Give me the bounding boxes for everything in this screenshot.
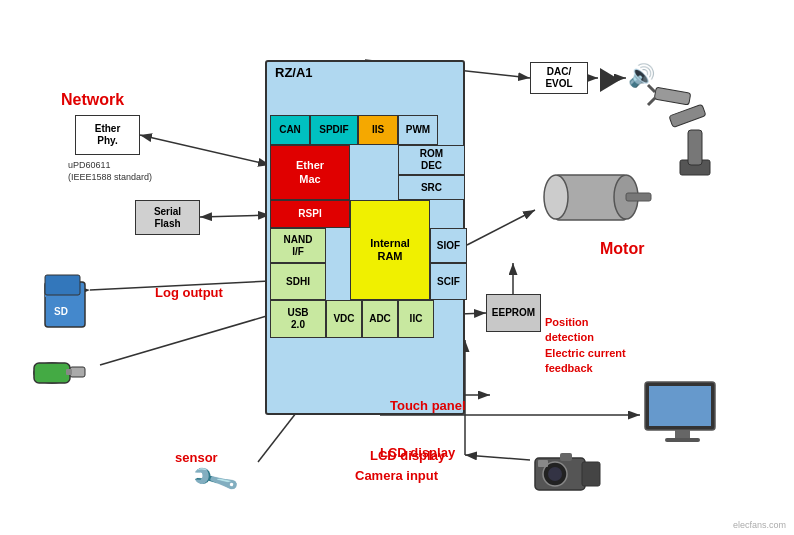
usb-block: USB2.0 xyxy=(270,300,326,338)
svg-line-6 xyxy=(140,135,270,165)
amplifier-icon xyxy=(600,68,620,92)
sensor-label: sensor xyxy=(175,450,218,465)
svg-point-48 xyxy=(548,467,562,481)
romdec-block: ROMDEC xyxy=(398,145,465,175)
camerainput-label: Camera input xyxy=(355,468,438,483)
svg-text:SD: SD xyxy=(54,306,68,317)
svg-point-33 xyxy=(544,175,568,219)
sd-card-icon: SD xyxy=(40,270,90,330)
motor-icon xyxy=(536,160,626,220)
lcddisplay-label2: LCD display xyxy=(380,445,455,460)
svg-rect-44 xyxy=(675,430,690,438)
svg-rect-30 xyxy=(70,367,85,377)
svg-line-20 xyxy=(467,210,535,245)
svg-rect-49 xyxy=(560,453,572,461)
svg-rect-50 xyxy=(582,462,600,486)
network-label: Network xyxy=(61,91,124,109)
spdif-block: SPDIF xyxy=(310,115,358,145)
svg-rect-35 xyxy=(626,193,651,201)
svg-rect-43 xyxy=(649,386,711,426)
svg-line-41 xyxy=(648,98,655,105)
ethermac-block: EtherMac xyxy=(270,145,350,200)
touchpanel-label: Touch panel xyxy=(390,398,466,413)
eeprom-box: EEPROM xyxy=(486,294,541,332)
can-block: CAN xyxy=(270,115,310,145)
adc-block: ADC xyxy=(362,300,398,338)
usb-drive-icon xyxy=(30,345,95,399)
svg-rect-31 xyxy=(66,369,72,375)
nand-block: NANDI/F xyxy=(270,228,326,263)
camera-icon xyxy=(530,448,600,488)
vdc-block: VDC xyxy=(326,300,362,338)
etherphy-box: EtherPhy. xyxy=(75,115,140,155)
svg-rect-39 xyxy=(654,87,691,105)
robot-arm-icon xyxy=(640,80,740,180)
motor-label: Motor xyxy=(600,240,644,258)
iis-block: IIS xyxy=(358,115,398,145)
svg-line-7 xyxy=(200,215,270,217)
svg-line-40 xyxy=(648,85,655,92)
svg-rect-38 xyxy=(669,104,706,127)
svg-line-9 xyxy=(100,315,270,365)
iic-block: IIC xyxy=(398,300,434,338)
siof-block: SIOF xyxy=(430,228,467,263)
scif-block: SCIF xyxy=(430,263,467,300)
rspi-block: RSPI xyxy=(270,200,350,228)
dac-box: DAC/EVOL xyxy=(530,62,588,94)
rza1-title: RZ/A1 xyxy=(275,65,313,80)
svg-rect-45 xyxy=(665,438,700,442)
pwm-block: PWM xyxy=(398,115,438,145)
serialflash-box: SerialFlash xyxy=(135,200,200,235)
intram-block: InternalRAM xyxy=(350,200,430,300)
diagram-container: RZ/A1 CAN SPDIF IIS PWM EtherMac ROMDEC … xyxy=(0,0,794,535)
monitor-icon xyxy=(640,380,720,440)
logoutput-label: Log output xyxy=(155,285,223,300)
sdhi-block: SDHI xyxy=(270,263,326,300)
upd-label: uPD60611(IEEE1588 standard) xyxy=(68,160,152,183)
svg-line-17 xyxy=(465,455,530,460)
svg-rect-37 xyxy=(688,130,702,165)
svg-rect-51 xyxy=(538,460,548,467)
svg-rect-26 xyxy=(45,275,80,295)
watermark: elecfans.com xyxy=(733,520,786,530)
src-block: SRC xyxy=(398,175,465,200)
svg-rect-29 xyxy=(34,363,70,383)
position-label: PositiondetectionElectric currentfeedbac… xyxy=(545,315,626,377)
